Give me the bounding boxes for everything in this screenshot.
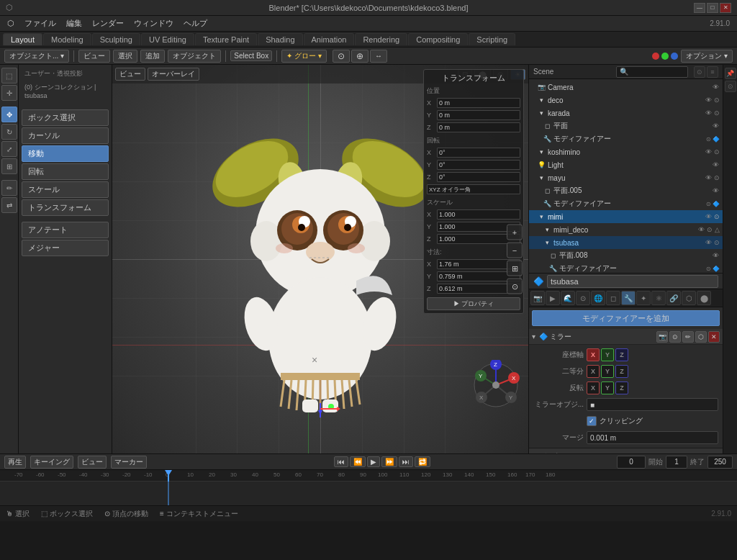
prop-icon-output[interactable]: ▶ [546,291,560,305]
koshimino-visibility[interactable]: 👁 [704,148,713,156]
menu-help[interactable]: ヘルプ [179,17,212,30]
zoom-out-btn[interactable]: − [507,243,523,258]
object-name-field[interactable] [547,275,718,288]
prop-icon-material[interactable]: ⬤ [697,291,711,305]
tool-cursor[interactable]: カーソル [22,127,109,144]
tree-item-koshimino[interactable]: ▾ koshimino 👁 ⊙ [529,145,723,158]
jump-end-btn[interactable]: ⏭ [399,456,413,467]
tree-item-mimi-deco[interactable]: ▾ mimi_deco 👁 ⊙ △ [529,223,723,236]
tree-item-heimen[interactable]: ◻ 平面 👁 [529,119,723,132]
prop-icon-world[interactable]: 🌐 [591,291,605,305]
proportional-btn[interactable]: ⊕ [351,50,368,63]
add-menu[interactable]: 追加 [140,50,165,63]
tree-item-mimi[interactable]: ▾ mimi 👁 ⊙ [529,210,723,223]
select-menu[interactable]: 選択 [113,50,137,63]
mimi-visibility[interactable]: 👁 [704,212,713,221]
menu-window[interactable]: ウィンドウ [130,17,178,30]
tab-modeling[interactable]: Modeling [43,33,91,45]
viewport[interactable]: × ビュー オーバーレイ ⊡ ⬤ ◎ ☀ [112,65,528,453]
tool-measure[interactable]: メジャー [22,240,109,256]
bisect-z-btn[interactable]: Z [615,365,628,378]
tab-shading[interactable]: Shading [258,33,302,45]
play-btn[interactable]: ▶ [367,456,380,467]
menu-blender[interactable]: ⬡ [3,17,19,30]
viewport-overlay-btn[interactable]: オーバーレイ [148,68,199,81]
tab-scripting[interactable]: Scripting [469,33,515,45]
mirror-cage-btn[interactable]: ⬡ [695,331,707,343]
flip-z-btn[interactable]: Z [615,381,628,394]
heimen005-visibility[interactable]: 👁 [711,186,720,195]
loop-btn[interactable]: 🔁 [415,456,430,467]
scale-x-field[interactable]: 1.000 [437,209,520,220]
menu-file[interactable]: ファイル [20,17,60,30]
prop-icon-render[interactable]: 📷 [530,291,545,305]
glow-btn[interactable]: ✦ グロー ▾ [281,50,327,63]
pos-x-field[interactable]: 0 m [437,98,520,108]
add-modifier-btn[interactable]: モディファイアーを追加 [532,310,720,326]
minimize-button[interactable]: — [694,3,705,13]
mirror-edit-btn[interactable]: ✏ [682,331,694,343]
prop-icon-particles[interactable]: ✦ [636,291,651,305]
playhead[interactable] [168,470,169,482]
ortho-persp-btn[interactable]: ⊞ [507,261,523,276]
mirror-delete-btn[interactable]: ✕ [708,331,720,343]
move-tool[interactable]: ✥ [1,107,17,122]
snap-btn[interactable]: ⊙ [333,50,350,63]
box-select-tool[interactable]: ⬚ [1,68,17,83]
tool-transform[interactable]: トランスフォーム [22,199,109,216]
mirror-render-btn[interactable]: ⊙ [669,331,681,343]
close-button[interactable]: ✕ [720,3,731,13]
prop-icon-view-layer[interactable]: 🌊 [561,291,575,305]
tool-move[interactable]: 移動 [22,145,109,162]
measure-tool[interactable]: ⇄ [1,197,17,213]
tab-sculpting[interactable]: Sculpting [92,33,140,45]
tool-annotate[interactable]: アノテート [22,222,109,238]
heimen008-visibility[interactable]: 👁 [711,251,720,260]
timeline-keying-btn[interactable]: キーイング [30,456,73,469]
select-box-dropdown[interactable]: Select Box [230,50,272,61]
mode-selector[interactable]: オブジェクト... ▾ [4,50,69,63]
pos-z-field[interactable]: 0 m [437,122,520,132]
next-frame-btn[interactable]: ⏩ [381,456,397,467]
tool-box-select[interactable]: ボックス選択 [22,109,109,126]
prop-icon-physics[interactable]: ⚛ [651,291,666,305]
pos-y-field[interactable]: 0 m [437,110,520,120]
tree-item-deco[interactable]: ▾ deco 👁 ⊙ [529,94,723,107]
view-menu[interactable]: ビュー [78,50,110,63]
rot-z-field[interactable]: 0° [437,172,520,182]
tool-rotate[interactable]: 回転 [22,163,109,180]
prop-icon-data[interactable]: ⬡ [682,291,696,305]
rotate-tool[interactable]: ↻ [1,124,17,140]
options-btn[interactable]: オプション ▾ [681,50,733,63]
karada-visibility[interactable]: 👁 [704,109,713,117]
outliner-search-input[interactable] [616,66,688,78]
timeline-marker-btn[interactable]: マーカー [111,456,147,469]
right-filter-btn[interactable]: ⊙ [725,81,736,92]
rot-mode-field[interactable]: XYZ オイラー角 [427,184,520,194]
scale-tool[interactable]: ⤢ [1,141,17,157]
tree-item-mayu[interactable]: ▾ mayu 👁 ⊙ [529,171,723,184]
tab-animation[interactable]: Animation [304,33,355,45]
outliner-sort-btn[interactable]: ≡ [707,66,718,78]
viewport-view-btn[interactable]: ビュー [115,68,145,81]
bisect-x-btn[interactable]: X [587,365,600,378]
tool-scale[interactable]: スケール [22,181,109,198]
annotate-tool[interactable]: ✏ [1,180,17,196]
tree-item-karada[interactable]: ▾ karada 👁 ⊙ [529,107,723,119]
object-menu[interactable]: オブジェクト [168,50,221,63]
start-frame-field[interactable] [666,456,687,469]
axis-z-btn[interactable]: Z [615,348,628,361]
tab-layout[interactable]: Layout [3,33,42,45]
tree-item-heimen008[interactable]: ◻ 平面.008 👁 [529,249,723,262]
axis-x-btn[interactable]: X [587,348,600,361]
axis-y-btn[interactable]: Y [601,348,614,361]
prop-icon-constraints[interactable]: 🔗 [666,291,681,305]
tab-rendering[interactable]: Rendering [355,33,407,45]
prop-icon-modifier[interactable]: 🔧 [621,291,636,305]
prev-frame-btn[interactable]: ⏪ [350,456,366,467]
timeline-play-btn[interactable]: 再生 [4,456,26,469]
tab-texture-paint[interactable]: Texture Paint [195,33,257,45]
maximize-button[interactable]: □ [707,3,718,13]
tab-compositing[interactable]: Compositing [408,33,468,45]
zoom-in-btn[interactable]: + [507,225,523,240]
